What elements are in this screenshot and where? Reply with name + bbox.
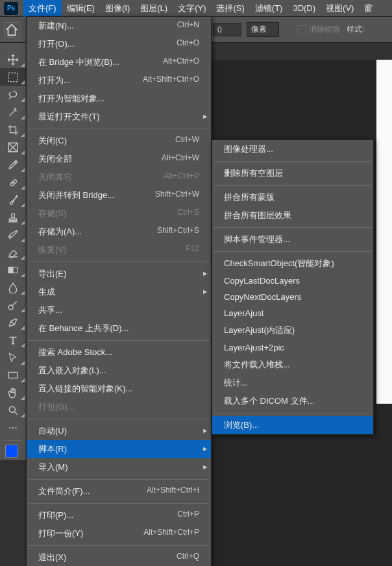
file-menu-item-27[interactable]: 导入(M): [27, 458, 211, 476]
file-menu-item-22[interactable]: 置入链接的智能对象(K)...: [27, 380, 211, 398]
scripts-menu-separator: [214, 227, 372, 228]
tool-stamp[interactable]: [0, 208, 26, 226]
file-menu-item-26[interactable]: 脚本(R): [27, 440, 211, 458]
menu-item-label: 存储为(A)...: [38, 226, 82, 238]
tool-rect[interactable]: [0, 366, 26, 384]
menu-item-label: LayerAjust+2pic: [224, 343, 284, 352]
svg-point-7: [9, 406, 15, 412]
file-menu-item-25[interactable]: 自动(U): [27, 422, 211, 440]
menu-3d[interactable]: 3D(D): [288, 1, 321, 16]
scripts-menu-item-10[interactable]: CopyLastDocLayers: [212, 273, 373, 289]
tool-dodge[interactable]: [0, 296, 26, 314]
menu-file[interactable]: 文件(F): [23, 0, 62, 17]
file-menu-item-5[interactable]: 最近打开文件(T): [27, 108, 211, 126]
menu-window[interactable]: 窗: [359, 0, 378, 17]
menu-item-label: 自动(U): [38, 425, 67, 437]
antialias-label: 消除锯齿: [309, 24, 340, 35]
tool-marquee[interactable]: [0, 68, 26, 86]
tool-zoom[interactable]: [0, 401, 26, 419]
file-menu-dropdown: 新建(N)...Ctrl+N打开(O)...Ctrl+O在 Bridge 中浏览…: [26, 16, 212, 566]
antialias-checkbox[interactable]: [297, 25, 306, 34]
tool-eraser[interactable]: [0, 243, 26, 261]
tool-eyedropper[interactable]: [0, 156, 26, 173]
scripts-menu-item-16[interactable]: 统计...: [212, 374, 373, 392]
file-menu-item-12[interactable]: 存储为(A)...Shift+Ctrl+S: [27, 223, 211, 241]
menu-type[interactable]: 文字(Y): [173, 0, 211, 17]
file-menu-item-1[interactable]: 打开(O)...Ctrl+O: [27, 35, 211, 53]
scripts-menu-item-4[interactable]: 拼合所有蒙版: [212, 188, 373, 206]
tool-type[interactable]: [0, 331, 26, 349]
foreground-swatch[interactable]: [5, 445, 18, 458]
tool-path[interactable]: [0, 349, 26, 366]
tool-lasso[interactable]: [0, 86, 26, 103]
file-menu-item-29[interactable]: 文件简介(F)...Alt+Shift+Ctrl+I: [27, 482, 211, 500]
tool-move[interactable]: [0, 51, 26, 68]
menu-item-shortcut: Ctrl+Q: [177, 552, 199, 563]
menu-item-shortcut: Ctrl+O: [177, 38, 199, 50]
file-menu-separator: [28, 340, 210, 341]
scripts-menu-item-11[interactable]: CopyNextDocLayers: [212, 289, 373, 305]
scripts-menu-item-2[interactable]: 删除所有空图层: [212, 164, 373, 182]
file-menu-item-20[interactable]: 搜索 Adobe Stock...: [27, 343, 211, 362]
tool-hand[interactable]: [0, 384, 26, 401]
file-menu-item-0[interactable]: 新建(N)...Ctrl+N: [27, 17, 211, 35]
tool-frame[interactable]: [0, 138, 26, 156]
menu-item-label: 载入多个 DICOM 文件...: [224, 395, 314, 407]
scripts-menu-separator: [214, 185, 372, 186]
file-menu-item-10[interactable]: 关闭并转到 Bridge...Shift+Ctrl+W: [27, 186, 211, 204]
file-menu-item-2[interactable]: 在 Bridge 中浏览(B)...Alt+Ctrl+O: [27, 53, 211, 71]
file-menu-item-17[interactable]: 共享...: [27, 301, 211, 319]
menu-select[interactable]: 选择(S): [211, 0, 249, 17]
menu-item-label: 关闭(C): [38, 135, 67, 147]
tool-pen[interactable]: [0, 314, 26, 331]
scripts-menu-item-9[interactable]: CheckSmartObject(智能对象): [212, 254, 373, 273]
scripts-menu-item-17[interactable]: 载入多个 DICOM 文件...: [212, 392, 373, 410]
tool-heal[interactable]: [0, 173, 26, 191]
tool-history[interactable]: [0, 226, 26, 243]
menu-item-label: LayerAjust(内适应): [224, 325, 295, 336]
scripts-menu-item-5[interactable]: 拼合所有图层效果: [212, 206, 373, 225]
file-menu-item-15[interactable]: 导出(E): [27, 265, 211, 283]
menu-item-shortcut: Alt+Shift+Ctrl+P: [143, 528, 199, 539]
file-menu-item-16[interactable]: 生成: [27, 283, 211, 301]
file-menu-item-7[interactable]: 关闭(C)Ctrl+W: [27, 132, 211, 150]
menu-item-shortcut: Alt+Ctrl+P: [164, 171, 199, 183]
file-menu-item-31[interactable]: 打印(P)...Ctrl+P: [27, 506, 211, 524]
scripts-menu-separator: [214, 413, 372, 413]
file-menu-separator: [28, 262, 210, 262]
file-menu-item-3[interactable]: 打开为...Alt+Shift+Ctrl+O: [27, 71, 211, 90]
file-menu-item-21[interactable]: 置入嵌入对象(L)...: [27, 362, 211, 380]
tool-more[interactable]: [0, 419, 26, 436]
menu-item-label: 搜索 Adobe Stock...: [38, 347, 112, 358]
file-menu-item-18[interactable]: 在 Behance 上共享(D)...: [27, 319, 211, 338]
scripts-menu-item-13[interactable]: LayerAjust(内适应): [212, 321, 373, 339]
menu-item-shortcut: Alt+Ctrl+W: [162, 153, 199, 165]
scripts-menu-item-0[interactable]: 图像处理器...: [212, 140, 373, 158]
tool-blur[interactable]: [0, 278, 26, 296]
scripts-menu-item-14[interactable]: LayerAjust+2pic: [212, 339, 373, 356]
tool-wand[interactable]: [0, 103, 26, 121]
menu-layer[interactable]: 图层(L): [135, 0, 173, 17]
menu-edit[interactable]: 编辑(E): [62, 0, 100, 17]
home-icon[interactable]: [4, 22, 19, 38]
scripts-menu-item-7[interactable]: 脚本事件管理器...: [212, 230, 373, 249]
file-menu-item-11: 存储(S)Ctrl+S: [27, 204, 211, 223]
field-value[interactable]: 0: [213, 23, 241, 36]
file-menu-item-32[interactable]: 打印一份(Y)Alt+Shift+Ctrl+P: [27, 524, 211, 543]
menu-filter[interactable]: 滤镜(T): [250, 0, 288, 17]
tool-gradient[interactable]: [0, 261, 26, 278]
scripts-menu-item-15[interactable]: 将文件载入堆栈...: [212, 356, 373, 374]
menu-item-label: 脚本(R): [38, 443, 67, 455]
menu-view[interactable]: 视图(V): [321, 0, 359, 17]
unit-field[interactable]: 像素: [247, 22, 279, 37]
scripts-menu-item-19[interactable]: 浏览(B)...: [212, 416, 373, 434]
file-menu-item-8[interactable]: 关闭全部Alt+Ctrl+W: [27, 150, 211, 168]
file-menu-item-4[interactable]: 打开为智能对象...: [27, 90, 211, 108]
tool-crop[interactable]: [0, 121, 26, 138]
menu-item-label: 图像处理器...: [224, 143, 273, 155]
file-menu-item-34[interactable]: 退出(X)Ctrl+Q: [27, 548, 211, 566]
tool-brush[interactable]: [0, 191, 26, 208]
scripts-menu-item-12[interactable]: LayerAjust: [212, 305, 373, 321]
menu-image[interactable]: 图像(I): [100, 0, 135, 17]
menu-item-label: 将文件载入堆栈...: [224, 359, 290, 371]
